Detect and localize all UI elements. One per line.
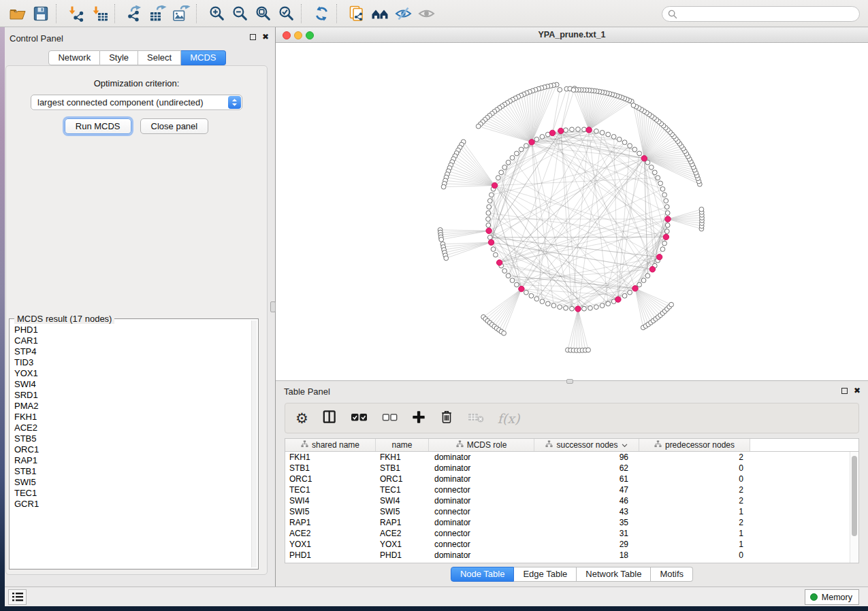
import-table-button[interactable] <box>88 3 111 24</box>
satellite-node[interactable] <box>669 302 674 307</box>
ring-node[interactable] <box>499 170 504 175</box>
ring-node[interactable] <box>637 151 642 156</box>
satellite-node[interactable] <box>699 207 704 212</box>
cell-MCDS-role[interactable]: dominator <box>429 452 534 463</box>
cell-successor-nodes[interactable]: 29 <box>534 539 639 550</box>
mcds-hub-node[interactable] <box>549 130 555 135</box>
apply-layout-button[interactable] <box>310 3 333 24</box>
ring-node[interactable] <box>664 199 669 203</box>
mcds-hub-node[interactable] <box>488 240 494 245</box>
mcds-hub-node[interactable] <box>519 286 524 291</box>
mcds-hub-node[interactable] <box>665 216 671 222</box>
cell-name[interactable]: SWI4 <box>376 495 429 506</box>
ring-node[interactable] <box>515 282 519 287</box>
horizontal-splitter-handle[interactable] <box>566 379 573 384</box>
table-row[interactable]: RAP1RAP1dominator352 <box>285 517 858 528</box>
ring-node[interactable] <box>540 299 545 304</box>
export-table-button[interactable] <box>146 3 170 24</box>
tab-node-table[interactable]: Node Table <box>451 567 515 582</box>
column-header-name[interactable]: name <box>376 439 429 451</box>
mcds-hub-node[interactable] <box>558 128 564 133</box>
node-table[interactable]: shared namenameMCDS rolesuccessor nodesp… <box>285 438 859 563</box>
tab-network-table[interactable]: Network Table <box>577 567 651 582</box>
cell-name[interactable]: ORC1 <box>376 474 429 484</box>
ring-node[interactable] <box>658 181 663 186</box>
ring-node[interactable] <box>486 211 491 216</box>
cell-successor-nodes[interactable]: 18 <box>534 550 639 561</box>
ring-node[interactable] <box>489 193 494 197</box>
cell-MCDS-role[interactable]: connector <box>429 539 534 550</box>
mcds-result-item[interactable]: SWI5 <box>11 477 251 488</box>
criterion-select[interactable]: largest connected component (undirected) <box>31 95 242 110</box>
zoom-out-button[interactable] <box>228 3 251 24</box>
ring-node[interactable] <box>600 131 605 135</box>
mcds-result-item[interactable]: PMA2 <box>11 401 251 412</box>
cell-successor-nodes[interactable]: 35 <box>534 517 639 528</box>
mcds-result-item[interactable]: TID3 <box>11 357 251 368</box>
cell-predecessor-nodes[interactable]: 0 <box>639 463 750 474</box>
ring-node[interactable] <box>632 147 637 152</box>
table-row[interactable]: STB1STB1dominator620 <box>285 463 858 474</box>
ring-node[interactable] <box>506 274 511 278</box>
window-minimize-icon[interactable] <box>294 31 302 39</box>
table-row[interactable]: ORC1ORC1dominator610 <box>285 474 858 484</box>
cell-predecessor-nodes[interactable]: 1 <box>639 528 750 539</box>
select-all-rows-button[interactable] <box>350 408 368 429</box>
ring-node[interactable] <box>662 241 667 246</box>
tab-mcds[interactable]: MCDS <box>181 50 225 65</box>
tab-motifs[interactable]: Motifs <box>651 567 693 582</box>
table-row[interactable]: SWI4SWI4dominator462 <box>285 495 858 506</box>
satellite-node[interactable] <box>439 237 444 242</box>
ring-node[interactable] <box>487 199 492 203</box>
table-scrollbar[interactable] <box>850 452 858 563</box>
mcds-hub-node[interactable] <box>641 156 647 161</box>
cell-predecessor-nodes[interactable]: 1 <box>639 506 750 517</box>
search-input[interactable] <box>681 7 854 21</box>
ring-node[interactable] <box>564 128 568 133</box>
cell-shared-name[interactable]: TEC1 <box>285 484 376 495</box>
ring-node[interactable] <box>486 217 491 222</box>
mcds-hub-node[interactable] <box>492 182 497 188</box>
ring-node[interactable] <box>660 247 665 252</box>
ring-node[interactable] <box>502 269 507 274</box>
mcds-result-item[interactable]: GCR1 <box>11 499 251 510</box>
column-header-predecessor-nodes[interactable]: predecessor nodes <box>639 439 750 451</box>
column-header-successor-nodes[interactable]: successor nodes <box>534 439 639 451</box>
cell-name[interactable]: RAP1 <box>376 517 429 528</box>
cell-name[interactable]: FKH1 <box>376 452 429 463</box>
table-row[interactable]: FKH1FKH1dominator962 <box>285 452 858 463</box>
mcds-hub-node[interactable] <box>615 297 621 302</box>
cell-shared-name[interactable]: RAP1 <box>285 517 376 528</box>
ring-node[interactable] <box>652 170 657 175</box>
cell-MCDS-role[interactable]: dominator <box>429 550 534 561</box>
deselect-all-rows-button[interactable] <box>381 408 398 429</box>
ring-node[interactable] <box>524 144 529 148</box>
ring-node[interactable] <box>540 135 545 139</box>
cell-MCDS-role[interactable]: dominator <box>429 474 534 484</box>
ring-node[interactable] <box>665 211 670 216</box>
column-header-shared-name[interactable]: shared name <box>285 439 376 451</box>
close-table-panel-icon[interactable]: ✖ <box>854 387 861 394</box>
ring-node[interactable] <box>628 290 632 295</box>
ring-node[interactable] <box>534 297 539 301</box>
show-columns-button[interactable] <box>321 408 337 429</box>
ring-node[interactable] <box>660 186 665 191</box>
cell-shared-name[interactable]: STB1 <box>285 463 376 474</box>
satellite-node[interactable] <box>631 103 636 108</box>
cell-MCDS-role[interactable]: connector <box>429 506 534 517</box>
ring-node[interactable] <box>622 293 627 298</box>
float-table-panel-icon[interactable] <box>841 388 848 394</box>
mcds-hub-node[interactable] <box>586 127 592 133</box>
ring-node[interactable] <box>628 144 632 148</box>
memory-button[interactable]: Memory <box>805 589 859 605</box>
mcds-result-item[interactable]: SRD1 <box>11 390 251 401</box>
satellite-node[interactable] <box>476 124 481 129</box>
cell-successor-nodes[interactable]: 47 <box>534 484 639 495</box>
satellite-node[interactable] <box>441 184 446 189</box>
tab-network[interactable]: Network <box>48 50 100 65</box>
cell-MCDS-role[interactable]: dominator <box>429 517 534 528</box>
mcds-result-item[interactable]: STP4 <box>11 346 251 357</box>
mcds-hub-node[interactable] <box>632 286 638 291</box>
mcds-hub-node[interactable] <box>529 139 534 145</box>
cell-shared-name[interactable]: SWI4 <box>285 495 376 506</box>
